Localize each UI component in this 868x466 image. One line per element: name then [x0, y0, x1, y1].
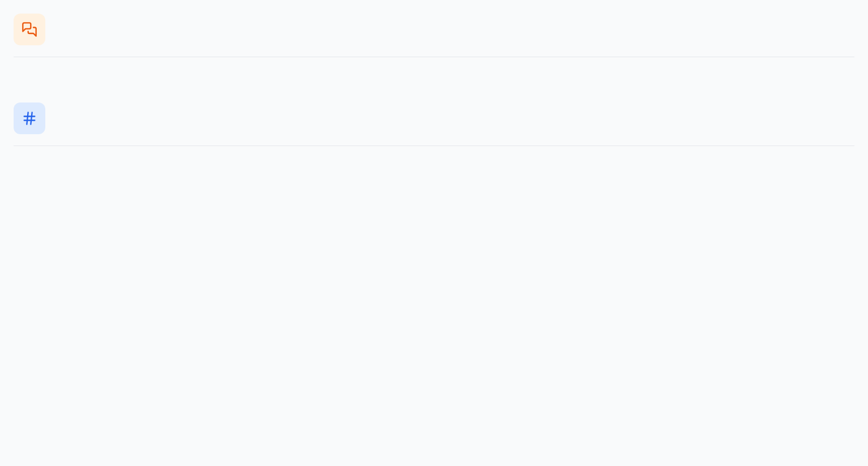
messages-icon — [14, 14, 45, 45]
svg-line-3 — [31, 113, 32, 125]
hash-icon — [14, 102, 45, 134]
svg-line-2 — [27, 113, 28, 125]
keywords-section — [14, 102, 854, 164]
subreddits-section — [14, 14, 854, 75]
subreddits-header — [14, 14, 854, 57]
keywords-header — [14, 102, 854, 146]
